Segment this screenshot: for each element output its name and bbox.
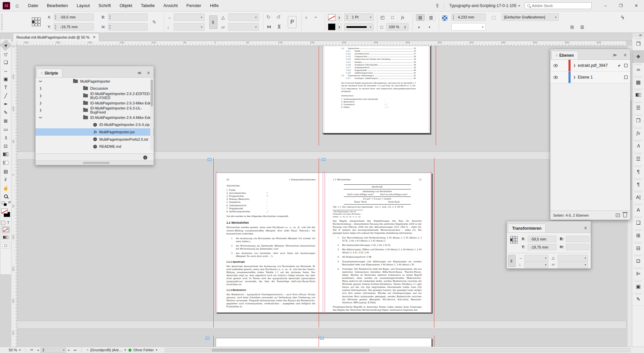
scissors-tool[interactable]: ✂ bbox=[2, 133, 10, 142]
layer-row[interactable]: ❯Ebene 1 bbox=[550, 72, 630, 83]
document-tab[interactable]: Resultat-mit-MultiPageImporter.indd @ 50… bbox=[13, 33, 99, 41]
target-select-box[interactable] bbox=[624, 76, 628, 79]
layers-panel-icon[interactable]: ❖ bbox=[632, 50, 644, 63]
menu-datei[interactable]: Datei bbox=[23, 0, 42, 11]
gap-proxy-icon[interactable] bbox=[442, 15, 447, 21]
scale-x-dropdown[interactable]: ▾ bbox=[524, 255, 548, 261]
gradient-panel-icon[interactable] bbox=[632, 89, 644, 101]
vertical-ruler[interactable]: -200-150-100-50050100150200250 bbox=[11, 46, 17, 347]
panel-menu-icon[interactable]: ≡ bbox=[147, 71, 150, 75]
chevron-down-icon[interactable]: ▾ bbox=[17, 348, 23, 352]
minimize-button[interactable]: – bbox=[598, 0, 613, 11]
glyphs-panel-icon[interactable]: A bbox=[632, 140, 644, 152]
close-button[interactable]: ✕ bbox=[629, 0, 644, 11]
expand-layer-icon[interactable]: ❯ bbox=[573, 64, 576, 67]
select-content-icon[interactable]: ♁ bbox=[305, 15, 308, 20]
menu-tabelle[interactable]: Tabelle bbox=[137, 0, 159, 11]
pathfinder-panel-icon[interactable]: ▣ bbox=[632, 280, 644, 293]
fill-swatch-none[interactable] bbox=[1, 209, 8, 214]
spinner-icon[interactable]: ▴▾ bbox=[55, 24, 58, 30]
chevron-down-icon[interactable]: ▾ bbox=[122, 348, 128, 352]
fill-flyout-button[interactable]: ❯ bbox=[337, 24, 341, 30]
effects-circle-icon[interactable]: ◑ bbox=[417, 25, 420, 30]
h-field[interactable] bbox=[566, 244, 589, 250]
panel-grip[interactable] bbox=[1, 14, 3, 30]
shear-dropdown[interactable]: ▾ bbox=[558, 262, 588, 268]
stroke-color-none-swatch[interactable] bbox=[328, 14, 335, 21]
rotate-cw-icon[interactable]: ↻ bbox=[266, 14, 271, 20]
panel-menu-icon[interactable]: ≡ bbox=[624, 53, 626, 57]
mini-fill-stroke[interactable]: ⇄ bbox=[0, 201, 11, 207]
home-icon[interactable]: ⌂ bbox=[15, 2, 19, 9]
menu-hilfe[interactable]: Hilfe bbox=[206, 0, 223, 11]
tree-chevron-icon[interactable]: ❯ bbox=[39, 87, 42, 90]
collapse-icon[interactable]: ≪ bbox=[137, 71, 142, 75]
frame-shape-icon[interactable]: □ bbox=[391, 15, 394, 20]
menu-fenster[interactable]: Fenster bbox=[182, 0, 206, 11]
scale-y-dropdown[interactable]: ▾ bbox=[524, 262, 548, 268]
mini-stroke-swatch[interactable] bbox=[4, 203, 7, 206]
scripts-panel-header[interactable]: ◊Skripte ≪ ≡ bbox=[36, 66, 154, 78]
effects-fx-icon[interactable]: fx bbox=[401, 15, 404, 20]
close-tab-icon[interactable]: ✕ bbox=[93, 35, 96, 39]
page-5[interactable]: 1.1 Wortzeichen 21 ApostrophAuslassung v… bbox=[324, 173, 432, 312]
constrain-proportions-button[interactable]: ∞ bbox=[209, 15, 217, 29]
ruler-origin-box[interactable] bbox=[11, 41, 17, 46]
paragraph-panel-icon[interactable]: ¶ bbox=[632, 165, 644, 178]
menu-schrift[interactable]: Schrift bbox=[94, 0, 115, 11]
script-item[interactable]: ❯ID-MultiPageImporter-2.6.3-UL-BugFixed bbox=[36, 106, 154, 114]
page-4[interactable]: 20 1 Interpunktionszeichen Satzzeichen:1… bbox=[216, 173, 324, 312]
shear-dropdown[interactable]: ▾ bbox=[228, 23, 259, 31]
scripts-resize-bar[interactable] bbox=[36, 161, 154, 165]
type-tool[interactable]: T bbox=[1, 83, 10, 91]
swap-fill-stroke-icon[interactable]: ⇄ bbox=[8, 201, 11, 204]
expand-panels-icon[interactable]: ≪ bbox=[632, 33, 644, 38]
menu-objekt[interactable]: Objekt bbox=[115, 0, 137, 11]
layer-name[interactable]: Ebene 1 bbox=[578, 75, 593, 80]
script-item[interactable]: ❯ID-MultiPageImporter-2.6.2-EDITED-BUG-F… bbox=[36, 92, 154, 99]
trash-icon[interactable] bbox=[623, 213, 627, 217]
scrollbar-thumb[interactable] bbox=[212, 349, 370, 352]
script-item[interactable]: iREADME.md bbox=[36, 143, 154, 150]
tree-chevron-icon[interactable]: ❯ bbox=[39, 80, 42, 83]
transform-panel-tab[interactable]: Transformieren bbox=[508, 224, 546, 232]
reference-point-proxy[interactable] bbox=[510, 236, 518, 244]
apply-gradient-button[interactable] bbox=[2, 234, 10, 240]
h-field[interactable]: ▴▾ bbox=[108, 23, 148, 31]
apply-none-button[interactable] bbox=[2, 226, 10, 233]
content-collector-tool[interactable]: ▣ bbox=[1, 75, 10, 83]
frame-fitting-icon[interactable]: ⬚ bbox=[492, 15, 496, 20]
corner-options-icon[interactable]: ◰ bbox=[380, 15, 384, 20]
select-previous-icon[interactable]: ♁ bbox=[314, 16, 319, 19]
last-page-icon[interactable]: ⏭ bbox=[72, 348, 78, 352]
quick-apply-icon[interactable]: ϟ bbox=[621, 15, 624, 21]
script-item[interactable]: ʃsMultiPageImporter.jsx bbox=[36, 128, 154, 136]
wrap-none-button[interactable]: ▤ bbox=[416, 14, 425, 21]
character-styles-panel-icon[interactable]: A bbox=[632, 204, 644, 216]
spread-4-5[interactable]: 20 1 Interpunktionszeichen Satzzeichen:1… bbox=[216, 173, 432, 313]
layer-row[interactable]: ❯extrakt.pdf_3947✒ bbox=[550, 60, 630, 72]
pen-tool[interactable]: ✒ bbox=[1, 100, 10, 108]
menu-bearbeiten[interactable]: Bearbeiten bbox=[43, 0, 72, 11]
color-panel-icon[interactable]: ❒ bbox=[632, 114, 644, 127]
layers-panel-tab[interactable]: ◊Ebenen bbox=[551, 51, 578, 59]
b-field[interactable]: ▴▾ bbox=[108, 13, 148, 21]
line-tool[interactable]: ╱ bbox=[1, 91, 10, 100]
page-number-field[interactable]: 2▾ bbox=[41, 348, 66, 353]
flip-horizontal-icon[interactable]: ⋈ bbox=[267, 24, 271, 29]
spread-6-7[interactable] bbox=[216, 338, 432, 347]
frame-tool[interactable]: ⊠ bbox=[1, 117, 10, 125]
eyedropper-tool[interactable]: ✑ bbox=[1, 175, 10, 185]
table-styles-panel-icon[interactable]: ⊟ bbox=[632, 242, 644, 255]
constrain-broken-icon[interactable]: ∞ bbox=[151, 18, 158, 25]
script-item[interactable]: ❯Discussion bbox=[36, 85, 154, 92]
scripts-panel-tab[interactable]: ◊Skripte bbox=[37, 69, 62, 77]
y-field[interactable]: ▴▾ -19,75 mm bbox=[54, 23, 94, 31]
spinner-icon[interactable]: ▴▾ bbox=[109, 14, 113, 20]
panel-menu-icon[interactable]: ≡ bbox=[584, 226, 587, 230]
zoom-tool[interactable] bbox=[1, 192, 10, 201]
script-item[interactable]: iMultiPageImporterPrefs2.5.txt bbox=[36, 136, 154, 143]
spinner-icon[interactable]: ▴▾ bbox=[346, 14, 350, 20]
tree-chevron-icon[interactable]: ❯ bbox=[39, 116, 42, 119]
table-panel-icon[interactable]: ⊞ bbox=[632, 229, 644, 242]
